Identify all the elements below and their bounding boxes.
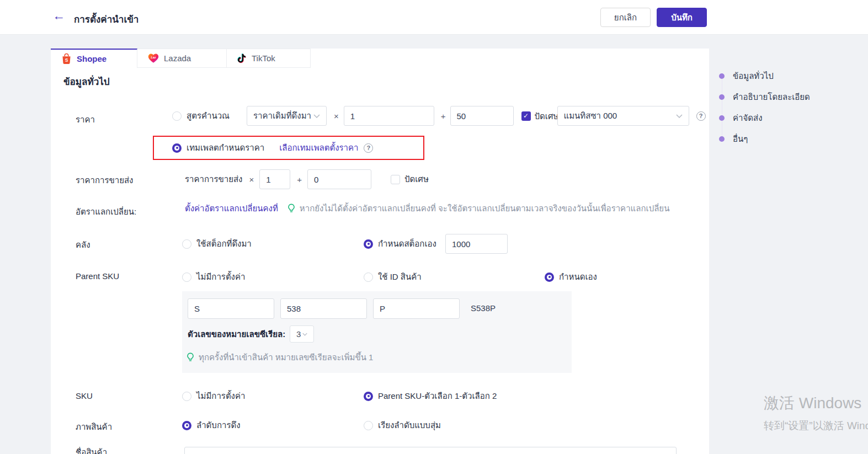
choose-price-template-link[interactable]: เลือกเทมเพลตตั้งราคา	[279, 141, 358, 154]
price-source-select-value: ราคาเดิมที่ดึงมา	[253, 109, 311, 122]
windows-activation-watermark: 激活 Windows 转到“设置”以激活 Windows	[764, 393, 868, 433]
anchor-item-shipping[interactable]: ค่าจัดส่ง	[719, 111, 762, 125]
wholesale-round-checkbox[interactable]	[391, 175, 400, 184]
tab-shopee[interactable]: S Shopee	[51, 49, 137, 68]
wholesale-base-label: ราคาการขายส่ง	[185, 173, 242, 186]
image-random-radio-label: เรียงลำดับแบบสุ่ม	[378, 419, 441, 432]
back-arrow-icon[interactable]: ←	[52, 9, 65, 22]
parent-sku-builder-panel: S538P ตัวเลขของหมายเลขซีเรียล: 3 ทุกครั้…	[182, 291, 572, 373]
price-round-checkbox[interactable]: ✓	[521, 111, 531, 121]
exchange-rate-row-label: อัตราแลกเปลี่ยน:	[76, 205, 136, 218]
stock-custom-radio[interactable]	[364, 239, 373, 249]
tab-tiktok[interactable]: TikTok	[227, 49, 311, 68]
parent-sku-suffix-input[interactable]	[373, 298, 460, 319]
price-markup-input[interactable]	[450, 106, 514, 126]
anchor-item-label: อื่นๆ	[733, 132, 748, 146]
wholesale-row-label: ราคาการขายส่ง	[76, 174, 133, 187]
parent-sku-custom-radio[interactable]	[545, 273, 554, 282]
exchange-rate-tip: หากยังไม่ได้ตั้งค่าอัตราแลกเปลี่ยนคงที่ …	[300, 202, 670, 215]
image-random-radio[interactable]	[364, 421, 373, 430]
price-template-radio[interactable]	[172, 143, 182, 153]
sku-none-option: ไม่มีการตั้งค่า	[182, 391, 245, 402]
price-mantissa-select[interactable]: แมนทิสซา 000	[557, 106, 689, 126]
chevron-down-icon	[313, 114, 320, 118]
parent-sku-row: ไม่มีการตั้งค่า ใช้ ID สินค้า กำหนดเอง	[51, 271, 709, 282]
multiply-operator: ×	[334, 111, 339, 121]
price-template-row: เทมเพลตกำหนดราคา เลือกเทมเพลตตั้งราคา ?	[172, 136, 373, 160]
stock-pull-radio[interactable]	[182, 239, 191, 249]
parent-sku-custom-radio-label: กำหนดเอง	[559, 270, 597, 284]
parent-sku-product-id-option: ใช้ ID สินค้า	[364, 271, 422, 282]
sku-row: ไม่มีการตั้งค่า Parent SKU-ตัวเลือก 1-ตั…	[51, 391, 709, 402]
platform-tabs: S Shopee Laz Lazada	[51, 49, 311, 68]
parent-sku-none-radio[interactable]	[182, 273, 191, 282]
set-fixed-exchange-rate-link[interactable]: ตั้งค่าอัตราแลกเปลี่ยนคงที่	[185, 202, 278, 215]
sku-pattern-radio[interactable]	[364, 392, 373, 401]
stock-value-input[interactable]	[445, 234, 508, 254]
wholesale-round-checkbox-label: ปัดเศษ	[404, 173, 429, 186]
lightbulb-icon	[287, 204, 295, 213]
serial-tip-row: ทุกครั้งที่นำเข้าสินค้า หมายเลขซีเรียลจะ…	[187, 351, 373, 364]
tab-lazada[interactable]: Laz Lazada	[137, 49, 227, 68]
parent-sku-serial-input[interactable]	[280, 298, 367, 319]
anchor-item-label: ข้อมูลทั่วไป	[733, 70, 774, 83]
price-row-label: ราคา	[76, 113, 95, 126]
bullet-dot-icon	[719, 115, 725, 121]
chevron-down-icon	[676, 114, 683, 118]
sku-none-radio[interactable]	[182, 392, 191, 401]
bullet-dot-icon	[719, 136, 725, 142]
content-panel: S Shopee Laz Lazada	[51, 49, 709, 454]
anchor-item-general-info[interactable]: ข้อมูลทั่วไป	[719, 70, 774, 83]
page-title: การตั้งค่านำเข้า	[74, 12, 139, 26]
tab-tiktok-label: TikTok	[252, 54, 275, 63]
anchor-item-detailed-description[interactable]: คำอธิบายโดยละเอียด	[719, 90, 810, 104]
serial-digits-select[interactable]: 3	[290, 325, 314, 343]
serial-digits-label: ตัวเลขของหมายเลขซีเรียล:	[188, 328, 285, 341]
image-random-option: เรียงลำดับแบบสุ่ม	[364, 420, 441, 431]
svg-text:Laz: Laz	[151, 56, 156, 59]
parent-sku-custom-option: กำหนดเอง	[545, 271, 597, 282]
price-factor-input[interactable]	[344, 106, 434, 126]
price-formula-radio[interactable]	[172, 111, 182, 121]
save-button[interactable]: บันทึก	[657, 8, 707, 27]
multiply-operator: ×	[249, 175, 254, 184]
import-settings-page: { "header": { "back_glyph": "←", "title"…	[0, 0, 868, 454]
price-formula-row: สูตรคำนวณ ราคาเดิมที่ดึงมา × + ✓ ปัดเศษ …	[172, 106, 706, 126]
sku-pattern-radio-label: Parent SKU-ตัวเลือก 1-ตัวเลือก 2	[378, 389, 497, 403]
image-pull-order-option: ลำดับการดึง	[182, 420, 241, 431]
anchor-item-others[interactable]: อื่นๆ	[719, 132, 748, 146]
price-template-help-icon[interactable]: ?	[364, 143, 373, 153]
product-name-row-label: ชื่อสินค้า	[76, 446, 107, 454]
price-source-select[interactable]: ราคาเดิมที่ดึงมา	[247, 106, 327, 126]
plus-operator: +	[297, 175, 302, 184]
stock-pull-radio-label: ใช้สต็อกที่ดึงมา	[196, 237, 252, 250]
cancel-button[interactable]: ยกเลิก	[600, 8, 651, 27]
wholesale-factor-input[interactable]	[259, 169, 290, 189]
image-pull-order-radio[interactable]	[182, 421, 191, 430]
anchor-nav: ข้อมูลทั่วไป คำอธิบายโดยละเอียด ค่าจัดส่…	[719, 67, 840, 156]
shopee-icon: S	[61, 53, 72, 65]
tab-shopee-label: Shopee	[77, 54, 106, 63]
parent-sku-product-id-radio-label: ใช้ ID สินค้า	[378, 270, 422, 284]
bullet-dot-icon	[719, 73, 725, 79]
tab-lazada-label: Lazada	[164, 54, 191, 63]
tiktok-icon	[237, 53, 247, 63]
top-bar: ← การตั้งค่านำเข้า ยกเลิก บันทึก	[0, 0, 868, 35]
parent-sku-preview: S538P	[471, 303, 496, 313]
stock-custom-option: กำหนดสต็อกเอง	[364, 234, 436, 254]
watermark-line1: 激活 Windows	[764, 393, 868, 414]
plus-operator: +	[441, 111, 446, 121]
product-image-row: ลำดับการดึง เรียงลำดับแบบสุ่ม	[51, 420, 709, 431]
parent-sku-product-id-radio[interactable]	[364, 273, 373, 282]
product-name-input[interactable]	[184, 447, 677, 454]
anchor-nav-line	[722, 74, 722, 138]
anchor-item-label: ค่าจัดส่ง	[733, 111, 762, 125]
wholesale-markup-input[interactable]	[307, 169, 371, 189]
exchange-rate-row: ตั้งค่าอัตราแลกเปลี่ยนคงที่ หากยังไม่ได้…	[185, 202, 669, 215]
parent-sku-prefix-input[interactable]	[188, 298, 274, 319]
sku-none-radio-label: ไม่มีการตั้งค่า	[196, 389, 245, 403]
serial-tip-text: ทุกครั้งที่นำเข้าสินค้า หมายเลขซีเรียลจะ…	[199, 351, 373, 364]
anchor-item-label: คำอธิบายโดยละเอียด	[733, 90, 810, 104]
price-help-icon[interactable]: ?	[696, 111, 706, 121]
price-formula-radio-label: สูตรคำนวณ	[187, 109, 247, 122]
